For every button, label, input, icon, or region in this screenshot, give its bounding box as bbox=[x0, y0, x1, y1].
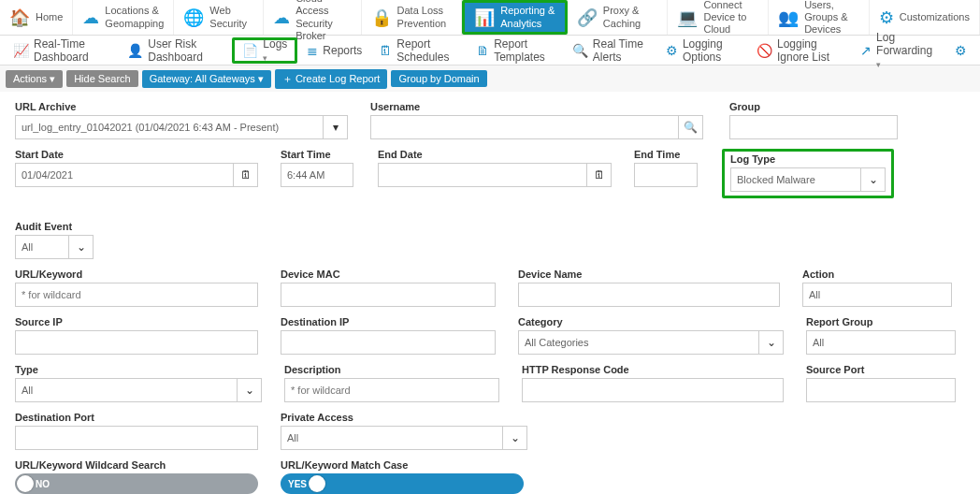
group-label: Group bbox=[729, 101, 898, 112]
subnav-log-forwarding[interactable]: ↗Log Forwarding bbox=[853, 37, 944, 64]
subnav-reports[interactable]: ≣Reports bbox=[299, 37, 369, 64]
end-date-label: End Date bbox=[378, 149, 612, 160]
subnav-logs[interactable]: 📄Logs bbox=[232, 37, 297, 64]
nav-customizations[interactable]: ⚙Customizations bbox=[870, 0, 980, 35]
group-by-domain-button[interactable]: Group by Domain bbox=[391, 70, 486, 87]
audit-event-label: Audit Event bbox=[15, 221, 94, 232]
subnav-user-risk[interactable]: 👤User Risk Dashboard bbox=[120, 37, 230, 64]
device-mac-label: Device MAC bbox=[281, 269, 496, 280]
url-archive-label: URL Archive bbox=[15, 101, 348, 112]
gear-icon: ⚙ bbox=[666, 43, 678, 58]
report-group-select[interactable] bbox=[806, 330, 956, 355]
end-time-input[interactable] bbox=[634, 163, 698, 187]
subnav-logging-ignore[interactable]: 🚫Logging Ignore List bbox=[749, 37, 851, 64]
forward-icon: ↗ bbox=[860, 43, 872, 58]
source-ip-label: Source IP bbox=[15, 316, 258, 327]
chevron-down-icon[interactable]: ⌄ bbox=[503, 426, 527, 450]
hide-search-button[interactable]: Hide Search bbox=[66, 70, 138, 87]
log-type-label: Log Type bbox=[730, 153, 886, 165]
destination-port-input[interactable] bbox=[15, 426, 258, 450]
private-access-label: Private Access bbox=[281, 412, 527, 423]
nav-home[interactable]: 🏠Home bbox=[0, 0, 73, 35]
action-bar: Actions ▾ Hide Search Gateway: All Gatew… bbox=[0, 65, 980, 92]
device-name-input[interactable] bbox=[518, 283, 780, 307]
action-label: Action bbox=[802, 269, 952, 280]
calendar-icon[interactable]: 🗓 bbox=[234, 163, 258, 187]
report-group-label: Report Group bbox=[806, 316, 956, 327]
device-mac-input[interactable] bbox=[281, 283, 496, 307]
cloud-icon: ☁ bbox=[273, 7, 290, 28]
start-date-input[interactable] bbox=[15, 163, 234, 187]
url-archive-select[interactable] bbox=[15, 115, 324, 139]
url-keyword-label: URL/Keyword bbox=[15, 269, 258, 280]
device-icon: 💻 bbox=[677, 7, 698, 28]
http-response-label: HTTP Response Code bbox=[522, 364, 784, 375]
device-name-label: Device Name bbox=[518, 269, 780, 280]
wildcard-search-toggle[interactable]: NO bbox=[15, 473, 258, 494]
start-time-label: Start Time bbox=[281, 149, 355, 160]
source-ip-input[interactable] bbox=[15, 330, 258, 355]
nav-casb[interactable]: ☁Cloud Access Security Broker bbox=[264, 0, 361, 35]
audit-event-select[interactable] bbox=[15, 235, 69, 259]
search-icon[interactable]: 🔍 bbox=[679, 115, 703, 139]
list-icon: ≣ bbox=[307, 43, 318, 58]
type-select[interactable] bbox=[15, 378, 238, 402]
match-case-toggle[interactable]: YES bbox=[281, 473, 524, 494]
subnav-realtime-dashboard[interactable]: 📈Real-Time Dashboard bbox=[6, 37, 118, 64]
category-label: Category bbox=[518, 316, 784, 327]
group-input[interactable] bbox=[729, 115, 898, 139]
user-icon: 👤 bbox=[127, 43, 143, 58]
http-response-input[interactable] bbox=[522, 378, 784, 402]
nav-connect-device[interactable]: 💻Connect Device to Cloud bbox=[668, 0, 769, 35]
description-input[interactable] bbox=[284, 378, 499, 402]
create-log-report-button[interactable]: ＋ Create Log Report bbox=[275, 69, 388, 89]
dashboard-icon: 📈 bbox=[13, 43, 29, 58]
nav-dlp[interactable]: 🔒Data Loss Prevention bbox=[362, 0, 463, 35]
destination-ip-input[interactable] bbox=[281, 330, 496, 355]
nav-web-security[interactable]: 🌐Web Security bbox=[174, 0, 264, 35]
search-icon: 🔍 bbox=[572, 43, 588, 58]
end-date-input[interactable] bbox=[378, 163, 587, 187]
source-port-label: Source Port bbox=[806, 364, 956, 375]
type-label: Type bbox=[15, 364, 262, 375]
home-icon: 🏠 bbox=[9, 7, 30, 28]
ban-icon: 🚫 bbox=[757, 43, 772, 58]
description-label: Description bbox=[284, 364, 499, 375]
gateway-dropdown[interactable]: Gateway: All Gateways ▾ bbox=[142, 70, 271, 88]
users-icon: 👥 bbox=[778, 7, 799, 28]
subnav-report-templates[interactable]: 🗎Report Templates bbox=[468, 37, 563, 64]
category-select[interactable] bbox=[518, 330, 759, 355]
nav-users[interactable]: 👥Users, Groups & Devices bbox=[769, 0, 870, 35]
cloud-icon: ☁ bbox=[82, 7, 99, 28]
username-input[interactable] bbox=[370, 115, 679, 139]
subnav-logging-options[interactable]: ⚙Logging Options bbox=[658, 37, 747, 64]
subnav-report-schedules[interactable]: 🗓Report Schedules bbox=[371, 37, 467, 64]
lock-icon: 🔒 bbox=[371, 7, 392, 28]
nav-locations[interactable]: ☁Locations & Geomapping bbox=[73, 0, 174, 35]
source-port-input[interactable] bbox=[806, 378, 956, 402]
username-label: Username bbox=[370, 101, 707, 112]
chevron-down-icon[interactable]: ⌄ bbox=[238, 378, 262, 402]
document-icon: 📄 bbox=[242, 43, 258, 58]
subnav-settings[interactable]: ⚙ bbox=[947, 37, 974, 64]
nav-reporting[interactable]: 📊Reporting & Analytics bbox=[462, 0, 568, 35]
chevron-down-icon[interactable]: ⌄ bbox=[759, 330, 784, 355]
subnav-realtime-alerts[interactable]: 🔍Real Time Alerts bbox=[565, 37, 656, 64]
nav-proxy[interactable]: 🔗Proxy & Caching bbox=[568, 0, 669, 35]
destination-ip-label: Destination IP bbox=[281, 316, 496, 327]
private-access-select[interactable] bbox=[281, 426, 503, 450]
chevron-down-icon[interactable]: ⌄ bbox=[861, 167, 886, 192]
globe-icon: 🌐 bbox=[183, 7, 204, 28]
url-keyword-input[interactable] bbox=[15, 283, 258, 307]
action-select[interactable] bbox=[802, 283, 952, 307]
chart-icon: 📊 bbox=[474, 7, 495, 28]
calendar-icon: 🗓 bbox=[379, 43, 392, 58]
calendar-icon[interactable]: 🗓 bbox=[587, 163, 612, 187]
start-time-input[interactable] bbox=[281, 163, 353, 187]
actions-dropdown[interactable]: Actions ▾ bbox=[6, 70, 63, 88]
chevron-down-icon[interactable]: ▾ bbox=[324, 115, 348, 139]
chevron-down-icon[interactable]: ⌄ bbox=[69, 235, 94, 259]
gear-icon: ⚙ bbox=[955, 43, 967, 58]
log-type-select[interactable] bbox=[730, 167, 861, 192]
gear-icon: ⚙ bbox=[879, 7, 894, 28]
